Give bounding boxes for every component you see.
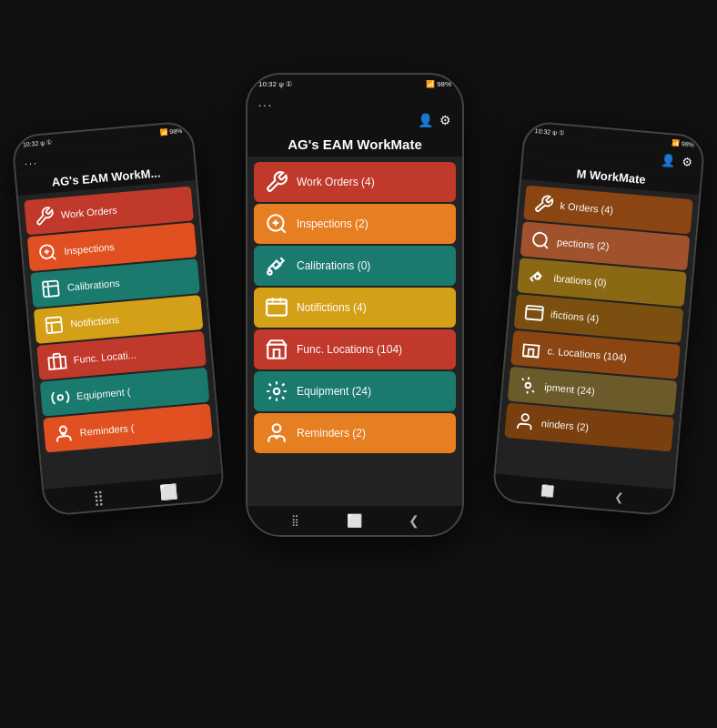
app-title-center: AG's EAM WorkMate — [247, 132, 462, 157]
menu-label-equipment-left: Equipment ( — [76, 386, 131, 401]
nav-back-right[interactable]: ❮ — [608, 487, 630, 509]
svg-rect-13 — [523, 344, 540, 357]
wrench-icon-left — [34, 206, 56, 228]
reminder-icon-right — [514, 410, 536, 432]
menu-label-reminders-right: ninders (2) — [540, 418, 589, 433]
svg-rect-2 — [48, 357, 66, 369]
status-icons-left: 📶 98% — [159, 127, 183, 136]
person-icon-right: 👤 — [661, 153, 676, 167]
menu-list-center: Work Orders (4) Inspections (2) — [247, 157, 462, 506]
menu-item-notifications-center[interactable]: Notifictions (4) — [254, 288, 456, 328]
menu-label-func-locations-left: Func. Locati... — [73, 349, 136, 365]
wrench-icon-center — [265, 170, 288, 194]
menu-label-equipment-right: ipment (24) — [544, 381, 595, 397]
svg-point-15 — [521, 414, 529, 421]
menu-label-equipment-center: Equipment (24) — [297, 385, 371, 398]
nav-home-left[interactable]: ⬜ — [158, 480, 180, 502]
menu-label-func-locations-right: c. Locations (104) — [547, 345, 627, 363]
wrench-icon-right — [533, 193, 555, 215]
svg-rect-7 — [267, 299, 287, 315]
svg-rect-1 — [45, 317, 62, 333]
calibrate-icon-left — [40, 278, 62, 299]
nav-recent-left[interactable]: ⣿ — [87, 487, 109, 509]
calibrate-icon-right — [527, 266, 549, 288]
equipment-icon-right — [517, 375, 539, 397]
svg-point-14 — [525, 383, 530, 389]
svg-point-4 — [59, 426, 66, 433]
menu-label-calibrations-center: Calibrations (0) — [297, 259, 370, 272]
menu-item-func-locations-center[interactable]: Func. Locations (104) — [254, 329, 456, 369]
menu-item-calibrations-center[interactable]: Calibrations (0) — [254, 246, 456, 286]
status-icons-right: 📶 98% — [672, 139, 695, 148]
header-icons-center: 👤 ⚙ — [258, 113, 451, 127]
inspect-icon-left — [36, 242, 58, 264]
app-header-center: ... 👤 ⚙ — [247, 93, 462, 132]
menu-item-work-orders-center[interactable]: Work Orders (4) — [254, 162, 456, 202]
phone-right: 10:32 ψ ① 📶 98% 👤 ⚙ M WorkMate k Ord — [491, 120, 706, 517]
menu-label-work-orders-center: Work Orders (4) — [297, 176, 375, 188]
status-time-center: 10:32 ψ ① — [258, 80, 292, 88]
menu-label-reminders-left: Reminders ( — [79, 422, 135, 438]
menu-list-right: k Orders (4) pections (2) — [496, 179, 700, 490]
inspect-icon-center — [265, 212, 288, 236]
menu-item-equipment-center[interactable]: Equipment (24) — [254, 371, 456, 411]
status-bar-center: 10:32 ψ ① 📶 98% — [247, 75, 462, 93]
equipment-icon-center — [265, 379, 288, 403]
menu-label-func-locations-center: Func. Locations (104) — [297, 343, 402, 356]
svg-point-3 — [57, 395, 63, 400]
svg-point-8 — [274, 389, 280, 395]
status-icons-center: 📶 98% — [426, 80, 451, 88]
building-icon-right — [520, 339, 542, 360]
menu-label-notifications-left: Notifictions — [70, 314, 120, 329]
menu-label-work-orders-right: k Orders (4) — [560, 200, 614, 216]
nav-home-right[interactable]: ⬜ — [537, 480, 559, 502]
menu-label-reminders-center: Reminders (2) — [297, 427, 366, 440]
nav-back-center[interactable]: ❮ — [404, 511, 424, 531]
phone-left: 10:32 ψ ① 📶 98% ... AG's EAM WorkM... Wo… — [11, 120, 226, 517]
menu-label-inspections-right: pections (2) — [557, 237, 610, 252]
svg-rect-12 — [525, 306, 543, 320]
status-time-right: 10:32 ψ ① — [534, 127, 564, 137]
notify-icon-right — [523, 302, 545, 324]
menu-label-inspections-center: Inspections (2) — [297, 217, 369, 230]
nav-home-center[interactable]: ⬜ — [345, 511, 365, 531]
inspect-icon-right — [530, 229, 551, 251]
person-icon: 👤 — [418, 113, 433, 127]
menu-label-inspections-left: Inspections — [64, 241, 115, 257]
building-icon-left — [46, 350, 68, 372]
menu-label-calibrations-right: ibrations (0) — [553, 273, 607, 288]
menu-list-left: Work Orders Inspections — [18, 180, 221, 490]
phone-center: 10:32 ψ ① 📶 98% ... 👤 ⚙ AG's EAM WorkMat… — [246, 73, 464, 537]
reminder-icon-center — [265, 421, 288, 445]
svg-point-9 — [273, 424, 281, 432]
notify-icon-left — [43, 314, 65, 336]
status-time-left: 10:32 ψ ① — [23, 139, 53, 149]
svg-point-6 — [268, 270, 271, 274]
equipment-icon-left — [49, 387, 71, 409]
notify-icon-center — [265, 296, 288, 319]
scene: 10:32 ψ ① 📶 98% ... AG's EAM WorkM... Wo… — [0, 0, 717, 728]
settings-icon-right: ⚙ — [682, 155, 693, 169]
menu-label-calibrations-left: Calibrations — [66, 278, 120, 293]
calibrate-icon-center — [265, 254, 288, 278]
menu-item-inspections-center[interactable]: Inspections (2) — [254, 204, 456, 244]
building-icon-center — [265, 338, 288, 361]
settings-icon: ⚙ — [439, 113, 451, 127]
menu-label-notifications-center: Notifictions (4) — [297, 301, 367, 314]
nav-recent-center[interactable]: ⣿ — [286, 511, 306, 531]
menu-item-reminders-center[interactable]: Reminders (2) — [254, 413, 456, 453]
menu-label-work-orders-left: Work Orders — [60, 205, 117, 220]
header-dots-center: ... — [258, 96, 451, 109]
menu-label-notifications-right: ifictions (4) — [550, 308, 600, 324]
reminder-icon-left — [53, 423, 75, 445]
bottom-bar-center: ⣿ ⬜ ❮ — [247, 506, 462, 535]
